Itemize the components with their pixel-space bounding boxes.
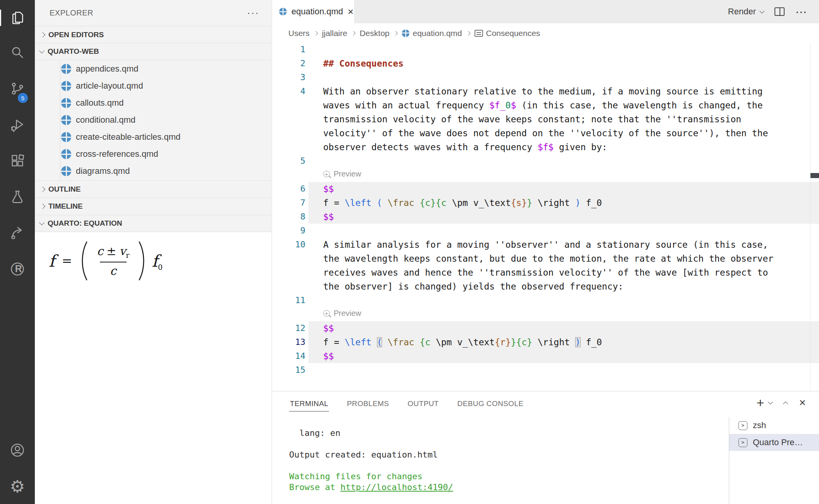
source-control-icon[interactable] xyxy=(0,80,35,98)
editor-line[interactable]: the observer] is changed) yields the obs… xyxy=(272,279,819,293)
preview-codelens[interactable]: Preview xyxy=(323,309,361,318)
section-label: TIMELINE xyxy=(48,202,83,211)
breadcrumb: UsersjjallaireDesktopequation.qmdConsequ… xyxy=(272,24,819,43)
equation-fraction: c ± vr c xyxy=(93,244,133,278)
terminal-output[interactable]: lang: en Output created: equation.html W… xyxy=(289,428,453,493)
equation-f0: f0 xyxy=(152,252,163,271)
sidebar-file-item[interactable]: appendices.qmd xyxy=(35,60,272,77)
tab-close-icon[interactable]: × xyxy=(348,7,353,17)
left-paren xyxy=(79,241,88,281)
breadcrumb-item[interactable]: Users xyxy=(288,29,310,38)
editor-line[interactable]: velocity'' of the wave does not depend o… xyxy=(272,126,819,140)
breadcrumb-item[interactable]: equation.qmd xyxy=(402,29,462,38)
sidebar-file-item[interactable]: article-layout.qmd xyxy=(35,77,272,94)
split-editor-icon[interactable] xyxy=(774,7,785,16)
file-label: conditional.qmd xyxy=(76,115,135,125)
line-number: 11 xyxy=(272,293,305,307)
breadcrumb-item[interactable]: Desktop xyxy=(360,29,389,38)
chevron-down-icon xyxy=(759,9,764,14)
render-button[interactable]: Render xyxy=(728,7,764,17)
editor-line[interactable]: the wavelength keeps constant, but due t… xyxy=(272,252,819,266)
search-icon[interactable] xyxy=(0,44,35,62)
sidebar-file-item[interactable]: callouts.qmd xyxy=(35,94,272,111)
r-language-icon[interactable]: R xyxy=(0,260,35,278)
chevron-right-icon xyxy=(40,203,45,209)
editor-line[interactable]: 5 xyxy=(272,154,819,168)
terminal-dropdown-icon[interactable] xyxy=(768,399,773,405)
editor-line[interactable]: receives waves and hence the ''transmiss… xyxy=(272,266,819,279)
sidebar-file-item[interactable]: cross-references.qmd xyxy=(35,146,272,163)
editor-line[interactable]: waves with an actual frequency $f_0$ (in… xyxy=(272,98,819,112)
breadcrumb-item[interactable]: jjallaire xyxy=(322,29,347,38)
quarto-file-icon xyxy=(402,29,410,37)
run-debug-icon[interactable] xyxy=(0,116,35,134)
panel-tabs: TERMINALPROBLEMSOUTPUTDEBUG CONSOLE xyxy=(289,391,524,416)
panel-tab-output[interactable]: OUTPUT xyxy=(407,396,440,411)
editor-line[interactable]: 12$$ xyxy=(272,321,819,335)
editor-line[interactable]: 10A similar analysis for a moving ''obse… xyxy=(272,238,819,252)
numerator-v: vr xyxy=(119,244,129,259)
terminal-output-line: Watching files for changes xyxy=(289,471,453,482)
editor-line[interactable]: transmission velocity of the wave keeps … xyxy=(272,112,819,126)
chevron-right-icon xyxy=(40,186,45,192)
section-open-editors[interactable]: OPEN EDITORS xyxy=(35,26,272,43)
editor-line[interactable]: 9 xyxy=(272,224,819,238)
breadcrumb-item[interactable]: Consequences xyxy=(475,29,540,38)
editor-line[interactable]: 8$$ xyxy=(272,210,819,224)
section-outline[interactable]: OUTLINE xyxy=(35,180,272,197)
close-panel-icon[interactable]: × xyxy=(799,397,806,408)
line-number: 9 xyxy=(272,224,305,238)
maximize-panel-icon[interactable] xyxy=(783,401,788,406)
line-number: 3 xyxy=(272,70,305,84)
editor-line[interactable]: 6$$ xyxy=(272,182,819,196)
plus-minus: ± xyxy=(106,244,116,258)
breadcrumb-separator-icon xyxy=(466,31,470,35)
terminal-icon: > xyxy=(738,421,747,430)
section-label: QUARTO: EQUATION xyxy=(48,219,122,228)
line-number: 10 xyxy=(272,238,305,252)
new-terminal-icon[interactable]: + xyxy=(757,396,764,409)
publish-icon[interactable] xyxy=(0,224,35,242)
breadcrumb-separator-icon xyxy=(351,31,356,35)
editor-line[interactable]: 14$$ xyxy=(272,349,819,363)
chevron-down-icon xyxy=(39,48,45,53)
section-quarto-equation[interactable]: QUARTO: EQUATION xyxy=(35,215,272,232)
testing-icon[interactable] xyxy=(0,188,35,206)
editor-content[interactable]: 12## Consequences34With an observer stat… xyxy=(272,43,819,391)
editor-line[interactable]: observer detects waves with a frequency … xyxy=(272,140,819,154)
account-icon[interactable] xyxy=(0,441,35,459)
editor-more-actions-icon[interactable]: ⋯ xyxy=(795,9,807,15)
settings-gear-icon[interactable]: ⚙ xyxy=(0,478,35,495)
editor-line[interactable]: 15 xyxy=(272,363,819,377)
localhost-link[interactable]: http://localhost:4190/ xyxy=(340,482,453,492)
section-folder-root[interactable]: QUARTO-WEB xyxy=(35,43,272,60)
editor-line[interactable]: 3 xyxy=(272,70,819,84)
sidebar-file-item[interactable]: create-citeable-articles.qmd xyxy=(35,129,272,146)
editor-line[interactable]: 11 xyxy=(272,293,819,307)
editor-line[interactable]: 2## Consequences xyxy=(272,57,819,70)
section-label: OPEN EDITORS xyxy=(48,31,104,39)
editor-line[interactable]: 4With an observer stationary relative to… xyxy=(272,84,819,98)
editor-line[interactable]: 1 xyxy=(272,43,819,57)
line-number: 13 xyxy=(272,335,305,349)
editor-line[interactable]: 7f = \left ( \frac {c}{c \pm v_\text{s}}… xyxy=(272,196,819,210)
editor-line[interactable]: 13f = \left ( \frac {c \pm v_\text{r}}{c… xyxy=(272,335,819,349)
section-timeline[interactable]: TIMELINE xyxy=(35,197,272,214)
breadcrumb-separator-icon xyxy=(314,31,318,35)
terminal-session-item[interactable]: >zsh xyxy=(729,417,819,434)
explorer-icon[interactable] xyxy=(0,9,35,27)
sidebar-file-item[interactable]: conditional.qmd xyxy=(35,111,272,129)
panel-tab-problems[interactable]: PROBLEMS xyxy=(346,396,390,411)
preview-codelens[interactable]: Preview xyxy=(323,170,361,178)
line-number: 1 xyxy=(272,43,305,57)
session-label: Quarto Pre… xyxy=(753,437,803,447)
panel-tab-terminal[interactable]: TERMINAL xyxy=(289,396,329,411)
tab-equation-qmd[interactable]: equation.qmd × xyxy=(272,0,354,23)
panel-tab-debug-console[interactable]: DEBUG CONSOLE xyxy=(457,396,524,411)
extensions-icon[interactable] xyxy=(0,152,35,170)
line-number: 5 xyxy=(272,154,305,168)
explorer-more-actions-icon[interactable]: ··· xyxy=(247,7,259,19)
zoom-in-icon xyxy=(323,310,330,317)
sidebar-file-item[interactable]: diagrams.qmd xyxy=(35,163,272,180)
terminal-session-item[interactable]: >Quarto Pre… xyxy=(729,434,819,451)
